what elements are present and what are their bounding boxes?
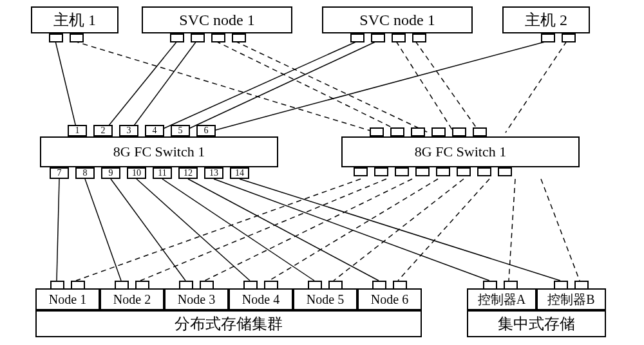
port <box>541 33 555 42</box>
port <box>232 33 246 42</box>
svg-line-1 <box>74 41 377 133</box>
svc-node-1-label: SVC node 1 <box>179 12 254 29</box>
svc-node-2-label: SVC node 1 <box>359 12 435 29</box>
node-5: Node 5 <box>293 288 357 310</box>
port-8: 8 <box>75 167 95 179</box>
fc-switch-1-label: 8G FC Switch 1 <box>113 144 205 160</box>
centralized-storage: 集中式存储 <box>467 310 606 337</box>
port <box>412 33 426 42</box>
port <box>457 167 471 176</box>
svg-line-21 <box>140 179 386 281</box>
port <box>477 167 491 176</box>
svg-line-15 <box>137 179 250 281</box>
host-2: 主机 2 <box>502 6 590 33</box>
node-4: Node 4 <box>229 288 293 310</box>
port-5: 5 <box>171 125 190 136</box>
controller-a: 控制器A <box>467 288 536 310</box>
node-1: Node 1 <box>35 288 100 310</box>
svg-line-3 <box>129 41 196 133</box>
port <box>370 127 384 136</box>
port <box>436 167 450 176</box>
svc-1-ports <box>170 33 246 42</box>
port-11: 11 <box>153 167 172 179</box>
port-6: 6 <box>196 125 216 136</box>
svg-line-14 <box>111 179 185 281</box>
port-10: 10 <box>127 167 146 179</box>
node-3: Node 3 <box>164 288 229 310</box>
host-1-label: 主机 1 <box>53 10 96 30</box>
port <box>473 127 487 136</box>
svg-line-8 <box>396 41 454 133</box>
port <box>562 33 576 42</box>
port <box>170 33 184 42</box>
port <box>411 127 425 136</box>
host-1-ports <box>49 33 84 42</box>
host-1: 主机 1 <box>31 6 118 33</box>
svg-line-13 <box>85 179 121 281</box>
port-2: 2 <box>93 125 113 136</box>
port-1: 1 <box>68 125 87 136</box>
svg-line-4 <box>216 41 402 133</box>
svg-line-5 <box>235 41 428 133</box>
fc-switch-1: 8G FC Switch 1 <box>40 136 278 167</box>
svc-node-2: SVC node 1 <box>322 6 473 33</box>
port <box>452 127 466 136</box>
svg-line-19 <box>240 179 560 281</box>
controller-b: 控制器B <box>536 288 606 310</box>
port-4: 4 <box>145 125 164 136</box>
node-6-label: Node 6 <box>371 292 408 307</box>
switch2-bottom-ports <box>354 167 512 176</box>
svg-line-27 <box>541 179 580 281</box>
svg-line-22 <box>205 179 412 281</box>
svg-line-24 <box>334 179 464 281</box>
distributed-cluster: 分布式存储集群 <box>35 310 422 337</box>
svg-line-23 <box>269 179 438 281</box>
svg-line-17 <box>188 179 379 281</box>
distributed-cluster-label: 分布式存储集群 <box>175 313 283 334</box>
node-2: Node 2 <box>100 288 164 310</box>
host-2-label: 主机 2 <box>525 10 567 30</box>
node-3-label: Node 3 <box>178 292 215 307</box>
host-2-ports <box>541 33 576 42</box>
fc-switch-2-label: 8G FC Switch 1 <box>415 144 506 160</box>
svg-line-10 <box>206 41 547 133</box>
svc-node-1: SVC node 1 <box>142 6 292 33</box>
port <box>350 33 365 42</box>
port <box>392 33 406 42</box>
svg-line-0 <box>55 41 77 133</box>
port <box>70 33 84 42</box>
svg-line-11 <box>506 41 567 133</box>
svc-2-ports <box>350 33 426 42</box>
svg-line-25 <box>398 179 489 281</box>
port-7: 7 <box>50 167 69 179</box>
svg-line-6 <box>155 41 357 133</box>
svg-line-12 <box>57 179 59 281</box>
port <box>49 33 63 42</box>
switch1-top-ports: 1 2 3 4 5 6 <box>68 125 216 136</box>
port-9: 9 <box>101 167 120 179</box>
svg-line-16 <box>162 179 314 281</box>
port <box>354 167 368 176</box>
svg-line-9 <box>415 41 480 133</box>
port <box>390 127 404 136</box>
controller-b-label: 控制器B <box>547 291 594 308</box>
port <box>498 167 512 176</box>
port-12: 12 <box>178 167 198 179</box>
svg-line-7 <box>180 41 377 133</box>
svg-line-26 <box>509 179 515 281</box>
port <box>395 167 409 176</box>
port <box>431 127 446 136</box>
svg-line-18 <box>214 179 489 281</box>
port <box>374 167 388 176</box>
port <box>371 33 385 42</box>
svg-line-20 <box>76 179 361 281</box>
port <box>211 33 225 42</box>
switch2-top-ports <box>370 127 487 136</box>
node-2-label: Node 2 <box>113 292 151 307</box>
port-3: 3 <box>119 125 138 136</box>
node-6: Node 6 <box>357 288 422 310</box>
fc-switch-2: 8G FC Switch 1 <box>341 136 580 167</box>
controller-a-label: 控制器A <box>478 291 526 308</box>
port <box>191 33 205 42</box>
centralized-storage-label: 集中式存储 <box>498 313 575 334</box>
